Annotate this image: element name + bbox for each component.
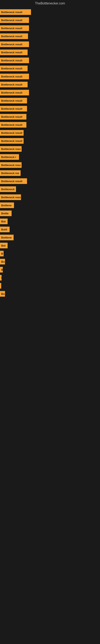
- bar-label-30: B: [1, 252, 3, 255]
- bar-label-2: Bottleneck result: [1, 27, 22, 30]
- bar-4: Bottleneck result: [0, 42, 29, 47]
- bar-row: Bottleneck result: [0, 89, 100, 96]
- bar-label-4: Bottleneck result: [1, 43, 22, 46]
- bar-label-22: Bottleneck: [1, 188, 14, 191]
- bar-label-13: Bottleneck result: [1, 115, 22, 118]
- bar-row: Bottl: [0, 226, 100, 233]
- bar-row: Bottleneck resu: [0, 194, 100, 200]
- bar-15: Bottleneck result: [0, 130, 24, 136]
- bar-row: Bottleneck result: [0, 130, 100, 136]
- bar-row: Bottleneck result: [0, 114, 100, 120]
- bar-34: I: [0, 283, 1, 288]
- bar-label-24: Bottlene: [1, 204, 12, 207]
- bar-row: Bottleneck result: [0, 73, 100, 80]
- bar-label-28: Bottlene: [1, 236, 12, 239]
- bar-row: Bottleneck result: [0, 106, 100, 112]
- bar-row: Bottlene: [0, 234, 100, 241]
- bar-8: Bottleneck result: [0, 74, 29, 79]
- bar-2: Bottleneck result: [0, 25, 29, 31]
- bar-label-27: Bottl: [1, 228, 7, 231]
- bar-5: Bottleneck result: [0, 50, 28, 55]
- bar-row: B: [0, 250, 100, 257]
- bar-row: Bottleneck r: [0, 154, 100, 160]
- bar-label-19: Bottleneck resu: [1, 164, 21, 167]
- site-title: TheBottlenecker.com: [0, 0, 100, 7]
- bar-29: Bot: [0, 243, 8, 248]
- bar-14: Bottleneck result: [0, 122, 26, 128]
- bar-row: Bottle: [0, 210, 100, 216]
- bar-row: Bottleneck result: [0, 81, 100, 88]
- bar-label-7: Bottleneck result: [1, 67, 22, 70]
- bar-label-18: Bottleneck r: [1, 156, 16, 158]
- bar-row: I: [0, 274, 100, 281]
- bar-0: Bottleneck result: [0, 9, 31, 15]
- bar-17: Bottleneck resu: [0, 146, 22, 152]
- bar-13: Bottleneck result: [0, 114, 26, 120]
- bar-row: Bottleneck: [0, 186, 100, 192]
- bar-row: Bottlene: [0, 202, 100, 208]
- bar-label-32: B: [1, 268, 3, 271]
- bar-label-11: Bottleneck result: [1, 99, 22, 102]
- bar-label-6: Bottleneck result: [1, 59, 22, 62]
- bar-label-20: Bottleneck res: [1, 172, 19, 175]
- bar-row: Bottleneck result: [0, 178, 100, 184]
- bar-label-9: Bottleneck result: [1, 83, 22, 86]
- bar-label-21: Bottleneck result: [1, 180, 22, 183]
- bar-label-12: Bottleneck result: [1, 107, 22, 110]
- bar-row: Bottleneck res: [0, 170, 100, 176]
- bar-label-26: Bot: [1, 220, 6, 223]
- bar-row: Bot: [0, 242, 100, 249]
- bar-10: Bottleneck result: [0, 90, 29, 96]
- bar-32: B: [0, 267, 3, 272]
- bar-20: Bottleneck res: [0, 170, 21, 176]
- bar-19: Bottleneck resu: [0, 162, 22, 168]
- bar-row: Bo: [0, 290, 100, 297]
- bar-row: Bottleneck result: [0, 9, 100, 15]
- bar-label-1: Bottleneck result: [1, 19, 22, 22]
- bar-30: B: [0, 251, 3, 256]
- bar-1: Bottleneck result: [0, 17, 29, 23]
- bar-3: Bottleneck result: [0, 34, 28, 39]
- bar-11: Bottleneck result: [0, 98, 27, 104]
- bar-label-23: Bottleneck resu: [1, 196, 21, 199]
- bar-row: Bottleneck result: [0, 138, 100, 144]
- bar-27: Bottl: [0, 226, 10, 232]
- bar-row: Bo: [0, 258, 100, 265]
- bar-row: Bottleneck result: [0, 122, 100, 128]
- bar-label-8: Bottleneck result: [1, 75, 22, 78]
- bar-31: Bo: [0, 259, 5, 264]
- bar-label-17: Bottleneck resu: [1, 148, 21, 150]
- bar-row: Bot: [0, 218, 100, 224]
- bar-label-16: Bottleneck result: [1, 140, 22, 142]
- bar-7: Bottleneck result: [0, 66, 28, 71]
- bar-33: I: [0, 275, 1, 280]
- bar-row: B: [0, 266, 100, 273]
- bar-25: Bottle: [0, 210, 12, 216]
- bar-row: Bottleneck resu: [0, 146, 100, 152]
- bar-26: Bot: [0, 218, 8, 224]
- bar-label-29: Bot: [1, 244, 6, 247]
- bar-21: Bottleneck result: [0, 178, 27, 184]
- bar-label-15: Bottleneck result: [1, 132, 22, 134]
- bar-row: Bottleneck result: [0, 57, 100, 64]
- bar-row: Bottleneck result: [0, 33, 100, 40]
- bar-35: Bo: [0, 291, 5, 297]
- bar-label-0: Bottleneck result: [1, 11, 22, 14]
- bar-9: Bottleneck result: [0, 82, 28, 87]
- bar-24: Bottlene: [0, 202, 14, 208]
- bar-label-35: Bo: [1, 292, 4, 296]
- bar-row: Bottleneck result: [0, 49, 100, 56]
- bar-row: Bottleneck result: [0, 25, 100, 32]
- bar-row: Bottleneck result: [0, 41, 100, 48]
- bar-row: Bottleneck result: [0, 98, 100, 104]
- bar-row: Bottleneck resu: [0, 162, 100, 168]
- bar-label-10: Bottleneck result: [1, 91, 22, 94]
- bar-12: Bottleneck result: [0, 106, 27, 112]
- bar-label-3: Bottleneck result: [1, 35, 22, 38]
- bar-label-33: I: [1, 276, 1, 279]
- bar-label-5: Bottleneck result: [1, 51, 22, 54]
- bar-18: Bottleneck r: [0, 154, 19, 160]
- bar-6: Bottleneck result: [0, 58, 29, 63]
- bar-23: Bottleneck resu: [0, 194, 21, 200]
- bars-container: Bottleneck resultBottleneck resultBottle…: [0, 7, 100, 301]
